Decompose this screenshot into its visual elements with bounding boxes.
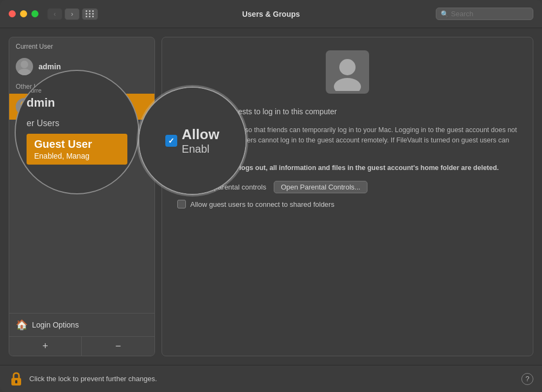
lock-section[interactable]: Click the lock to prevent further change… — [9, 371, 157, 387]
bottom-bar: Click the lock to prevent further change… — [0, 365, 542, 392]
allow-label: Allow — [192, 104, 224, 119]
maximize-button[interactable] — [31, 10, 38, 17]
grid-button[interactable] — [82, 8, 98, 20]
login-options[interactable]: 🏠 Login Options — [9, 313, 154, 336]
sidebar-item-guest[interactable]: Guest User Enabled, Managed — [9, 94, 154, 120]
admin-info: admin — [38, 62, 61, 71]
admin-name: admin — [38, 62, 61, 71]
svg-point-2 — [21, 101, 28, 108]
svg-point-5 — [339, 59, 356, 75]
forward-button[interactable]: › — [64, 8, 80, 20]
allow-subtitle: guests to log in to this computer — [230, 107, 337, 116]
allow-row: Allow guests to log in to this computer — [177, 104, 337, 119]
lock-text: Click the lock to prevent further change… — [29, 375, 157, 383]
titlebar: ‹ › Users & Groups 🔍 — [0, 0, 542, 28]
svg-point-9 — [15, 380, 17, 382]
add-user-button[interactable]: + — [9, 337, 82, 356]
login-options-label: Login Options — [32, 321, 79, 329]
main-content: Current User admin Other Users — [0, 28, 542, 365]
guest-name: Guest User — [38, 99, 88, 108]
svg-point-0 — [21, 61, 28, 68]
sidebar-item-admin[interactable]: admin — [9, 54, 154, 80]
sidebar-header: Current User — [9, 37, 154, 54]
nav-buttons: ‹ › — [47, 8, 80, 20]
minimize-button[interactable] — [20, 10, 27, 17]
warning-text: When a guest user logs out, all informat… — [177, 163, 499, 173]
detail-panel: Allow guests to log in to this computer … — [162, 37, 533, 356]
guest-role: Enabled, Managed — [38, 108, 88, 114]
guest-info: Guest User Enabled, Managed — [38, 99, 88, 114]
search-box[interactable]: 🔍 — [436, 8, 533, 20]
parental-controls-label: Enable parental controls — [190, 183, 266, 191]
parental-controls-row: Enable parental controls Open Parental C… — [177, 181, 367, 193]
allow-checkbox[interactable] — [177, 107, 187, 116]
sidebar-list: admin Other Users Guest User Enabled, Ma… — [9, 54, 154, 313]
user-avatar-large — [326, 50, 369, 94]
sidebar-toolbar: + − — [9, 336, 154, 356]
search-input[interactable] — [451, 10, 528, 18]
house-icon: 🏠 — [16, 319, 28, 331]
window-title: Users & Groups — [242, 10, 300, 18]
grid-icon — [86, 10, 94, 17]
avatar-admin — [16, 58, 33, 75]
open-parental-controls-button[interactable]: Open Parental Controls... — [274, 181, 367, 193]
avatar-guest — [16, 98, 33, 115]
description-text: Enable the guest user so that friends ca… — [177, 125, 518, 155]
shared-folders-label: Allow guest users to connect to shared f… — [190, 200, 334, 208]
parental-controls-checkbox[interactable] — [177, 183, 186, 192]
search-icon: 🔍 — [441, 10, 449, 18]
shared-folders-row: Allow guest users to connect to shared f… — [177, 200, 334, 208]
svg-point-3 — [18, 109, 31, 115]
svg-point-1 — [18, 69, 31, 75]
sidebar: Current User admin Other Users — [9, 37, 155, 356]
remove-user-button[interactable]: − — [82, 337, 154, 356]
traffic-lights — [9, 10, 38, 17]
help-button[interactable]: ? — [521, 373, 533, 385]
close-button[interactable] — [9, 10, 16, 17]
sidebar-other-users: Other Users — [9, 80, 154, 94]
lock-icon — [9, 371, 24, 387]
shared-folders-checkbox[interactable] — [177, 200, 186, 208]
back-button[interactable]: ‹ — [47, 8, 62, 20]
